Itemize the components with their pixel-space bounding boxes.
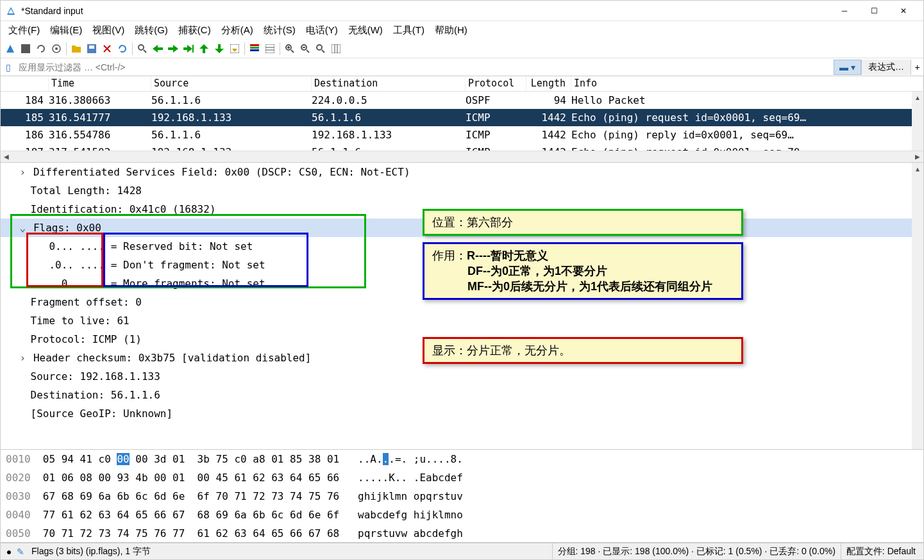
zoom-out-icon[interactable] [298,42,312,56]
toolbar-separator [66,42,67,55]
vertical-scrollbar[interactable]: ▲ [912,163,923,449]
menu-view[interactable]: 视图(V) [87,22,130,39]
restart-capture-icon[interactable] [34,42,48,56]
goto-packet-icon[interactable] [181,42,196,56]
menu-wireless[interactable]: 无线(W) [343,22,388,39]
detail-ttl[interactable]: Time to live: 61 [1,311,923,330]
svg-point-5 [139,45,144,50]
display-filter-input[interactable] [16,60,834,75]
status-edit-icon[interactable]: ✎ [15,547,26,557]
col-header-destination[interactable]: Destination [312,76,466,91]
svg-rect-17 [332,44,340,53]
detail-total-length[interactable]: Total Length: 1428 [1,181,923,200]
svg-rect-11 [265,44,274,53]
menu-tools[interactable]: 工具(T) [388,22,430,39]
scroll-up-icon[interactable]: ▲ [912,163,923,174]
hex-line[interactable]: 0050 70 71 72 73 74 75 76 77 61 62 63 64… [1,524,923,543]
reload-icon[interactable] [115,42,130,56]
col-header-length[interactable]: Length [526,76,571,91]
menu-edit[interactable]: 编辑(E) [45,22,87,39]
toolbar-separator [244,42,245,55]
detail-destination[interactable]: Destination: 56.1.1.6 [1,386,923,404]
horizontal-scrollbar[interactable]: ◀ ▶ [1,151,923,162]
expression-button[interactable]: 表达式… [861,60,911,75]
expand-icon[interactable]: › [18,163,27,181]
svg-rect-6 [192,45,194,53]
zoom-in-icon[interactable] [283,42,297,56]
detail-geoip[interactable]: [Source GeoIP: Unknown] [1,404,923,423]
svg-point-2 [55,47,58,50]
col-header-source[interactable]: Source [151,76,312,91]
minimize-button[interactable]: ─ [830,2,859,20]
go-forward-icon[interactable] [166,42,180,56]
packet-list-header: Time Source Destination Protocol Length … [1,76,923,92]
bookmark-icon[interactable]: ▯ [1,60,16,75]
zoom-reset-icon[interactable] [314,42,328,56]
status-packet-counts: 分组: 198 · 已显示: 198 (100.0%) · 已标记: 1 (0.… [553,543,841,559]
status-field-info: Flags (3 bits) (ip.flags), 1 字节 [26,543,553,559]
highlight-box-flags [103,233,308,287]
annotation-position: 位置：第六部分 [423,209,743,236]
svg-rect-8 [250,44,259,46]
start-capture-icon[interactable] [3,42,17,56]
svg-rect-10 [250,49,259,51]
status-profile[interactable]: 配置文件: Default [841,543,921,559]
toolbar-separator [280,42,280,55]
stop-capture-icon[interactable] [19,42,33,56]
col-header-time[interactable]: Time [49,76,151,91]
svg-rect-0 [21,44,30,53]
menu-analyze[interactable]: 分析(A) [216,22,258,39]
col-header-info[interactable]: Info [571,76,923,91]
menu-stats[interactable]: 统计(S) [258,22,301,39]
close-file-icon[interactable] [100,42,114,56]
detail-dscp[interactable]: › Differentiated Services Field: 0x00 (D… [1,163,923,181]
menu-file[interactable]: 文件(F) [3,22,45,39]
go-first-icon[interactable] [197,42,211,56]
menu-help[interactable]: 帮助(H) [430,22,473,39]
hex-line[interactable]: 0020 01 06 08 00 93 4b 00 01 00 45 61 62… [1,468,923,487]
menu-go[interactable]: 跳转(G) [130,22,173,39]
resize-columns-icon[interactable] [329,42,343,56]
close-button[interactable]: ✕ [889,2,918,20]
toolbar-separator [132,42,133,55]
scroll-left-icon[interactable]: ◀ [1,151,12,163]
scroll-up-icon[interactable]: ▲ [912,92,923,103]
annotation-role: 作用：R----暂时无意义 DF--为0正常，为1不要分片 MF--为0后续无分… [423,242,743,300]
vertical-scrollbar[interactable]: ▲ [912,92,923,151]
auto-scroll-icon[interactable] [228,42,242,56]
hex-line[interactable]: 0010 05 94 41 c0 00 00 3d 01 3b 75 c0 a8… [1,450,923,468]
packet-row[interactable]: 185316.541777192.168.1.13356.1.1.6ICMP14… [1,109,923,126]
packet-row[interactable]: 186316.55478656.1.1.6192.168.1.133ICMP14… [1,126,923,144]
col-header-no[interactable] [1,76,49,91]
capture-options-icon[interactable] [49,42,63,56]
go-last-icon[interactable] [212,42,226,56]
menu-capture[interactable]: 捕获(C) [173,22,216,39]
packet-row[interactable]: 184316.38066356.1.1.6224.0.0.5OSPF94Hell… [1,92,923,109]
find-icon[interactable] [135,42,149,56]
svg-rect-9 [250,47,259,49]
hex-line[interactable]: 0040 77 61 62 63 64 65 66 67 68 69 6a 6b… [1,506,923,524]
open-file-icon[interactable] [69,42,83,56]
hex-dump-pane[interactable]: 0010 05 94 41 c0 00 00 3d 01 3b 75 c0 a8… [1,450,923,543]
menu-telephony[interactable]: 电话(Y) [301,22,343,39]
save-file-icon[interactable] [85,42,99,56]
status-expert-icon[interactable]: ● [3,547,15,557]
hex-line[interactable]: 0030 67 68 69 6a 6b 6c 6d 6e 6f 70 71 72… [1,487,923,506]
add-filter-button[interactable]: + [911,60,923,75]
packet-row[interactable]: 187317.541502192.168.1.13356.1.1.6ICMP14… [1,144,923,151]
go-back-icon[interactable] [151,42,165,56]
packet-list-pane: Time Source Destination Protocol Length … [1,76,923,163]
packet-details-pane[interactable]: › Differentiated Services Field: 0x00 (D… [1,163,923,450]
maximize-button[interactable]: ☐ [859,2,889,20]
scroll-right-icon[interactable]: ▶ [912,151,923,163]
filter-bar: ▯ ▬ ▾ 表达式… + [1,58,923,76]
view-normal-icon[interactable] [263,42,277,56]
detail-source[interactable]: Source: 192.168.1.133 [1,367,923,386]
scrollbar-track[interactable] [12,152,912,161]
expand-icon[interactable]: › [18,349,27,366]
packet-list-body[interactable]: 184316.38066356.1.1.6224.0.0.5OSPF94Hell… [1,92,923,151]
col-header-protocol[interactable]: Protocol [466,76,526,91]
wireshark-icon [6,6,16,16]
colorize-icon[interactable] [248,42,262,56]
filter-apply-button[interactable]: ▬ ▾ [834,60,861,75]
